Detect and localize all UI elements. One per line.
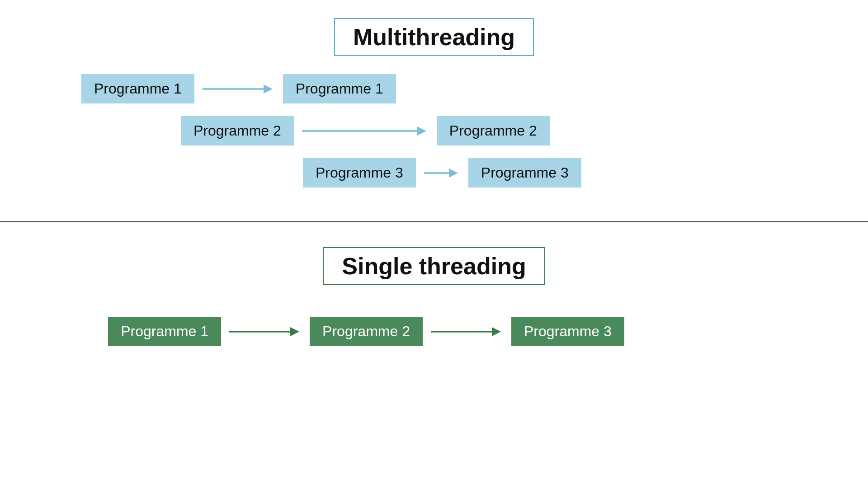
thread-row-3: Programme 3 Programme 3 [303, 158, 868, 188]
st-arrow-1 [229, 324, 302, 340]
svg-marker-5 [449, 169, 458, 178]
single-thread-row: Programme 1 Programme 2 Programme 3 [108, 317, 624, 346]
single-threading-section: Single threading Programme 1 Programme 2… [0, 222, 868, 488]
mt-prog1-right: Programme 1 [283, 74, 396, 103]
svg-marker-3 [417, 127, 426, 136]
st-arrow-2 [431, 324, 503, 340]
multithreading-title: Multithreading [334, 18, 534, 56]
st-prog3: Programme 3 [511, 317, 624, 346]
mt-arrow-3 [424, 165, 460, 181]
thread-row-2: Programme 2 Programme 2 [181, 116, 868, 145]
multithreading-section: Multithreading Programme 1 Programme 1 P… [0, 0, 868, 221]
threads-container: Programme 1 Programme 1 Programme 2 [0, 74, 868, 188]
svg-marker-1 [264, 84, 273, 94]
mt-prog2-left: Programme 2 [181, 116, 294, 145]
mt-prog3-right: Programme 3 [468, 158, 581, 188]
svg-marker-7 [290, 327, 299, 336]
mt-prog2-right: Programme 2 [437, 116, 550, 145]
st-prog1: Programme 1 [108, 317, 221, 346]
single-threading-title: Single threading [323, 247, 545, 285]
mt-prog1-left: Programme 1 [81, 74, 194, 103]
page: Multithreading Programme 1 Programme 1 P… [0, 0, 868, 488]
mt-arrow-1 [203, 81, 275, 97]
mt-prog3-left: Programme 3 [303, 158, 416, 188]
svg-marker-9 [492, 327, 501, 336]
thread-row-1: Programme 1 Programme 1 [81, 74, 868, 103]
mt-arrow-2 [302, 123, 429, 139]
st-prog2: Programme 2 [310, 317, 423, 346]
